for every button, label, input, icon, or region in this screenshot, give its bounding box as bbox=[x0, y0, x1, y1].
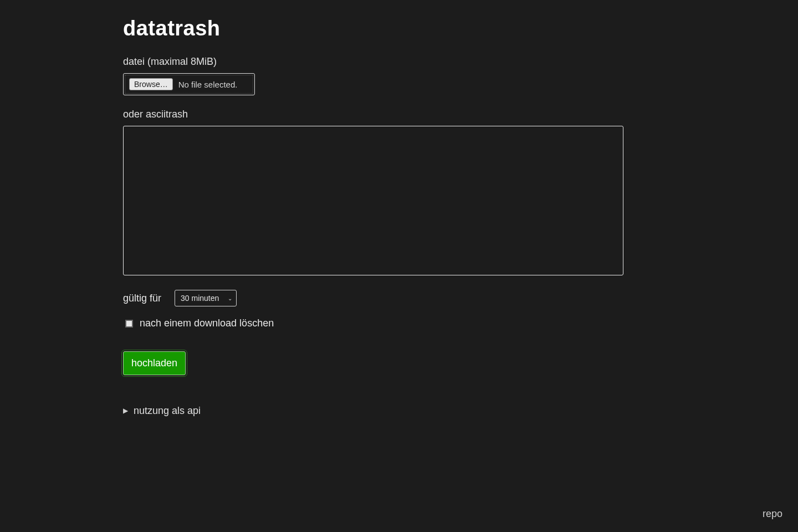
api-usage-summary[interactable]: ▶ nutzung als api bbox=[123, 405, 201, 417]
delete-after-download-label: nach einem download löschen bbox=[140, 318, 274, 329]
browse-button[interactable]: Browse… bbox=[129, 78, 173, 90]
file-status-text: No file selected. bbox=[178, 80, 238, 89]
api-usage-label: nutzung als api bbox=[134, 405, 201, 417]
repo-link[interactable]: repo bbox=[763, 508, 782, 520]
file-field-label: datei (maximal 8MiB) bbox=[123, 56, 623, 68]
api-usage-details[interactable]: ▶ nutzung als api bbox=[123, 404, 623, 417]
text-field-label: oder asciitrash bbox=[123, 109, 623, 120]
validity-label: gültig für bbox=[123, 293, 161, 304]
delete-after-download-checkbox[interactable] bbox=[125, 320, 133, 328]
validity-select[interactable]: 30 minuten bbox=[175, 290, 237, 306]
upload-button[interactable]: hochladen bbox=[123, 351, 186, 375]
disclosure-triangle-icon: ▶ bbox=[123, 407, 128, 415]
asciitrash-textarea[interactable] bbox=[123, 126, 623, 275]
page-title: datatrash bbox=[123, 17, 623, 40]
file-input[interactable]: Browse… No file selected. bbox=[123, 73, 255, 95]
